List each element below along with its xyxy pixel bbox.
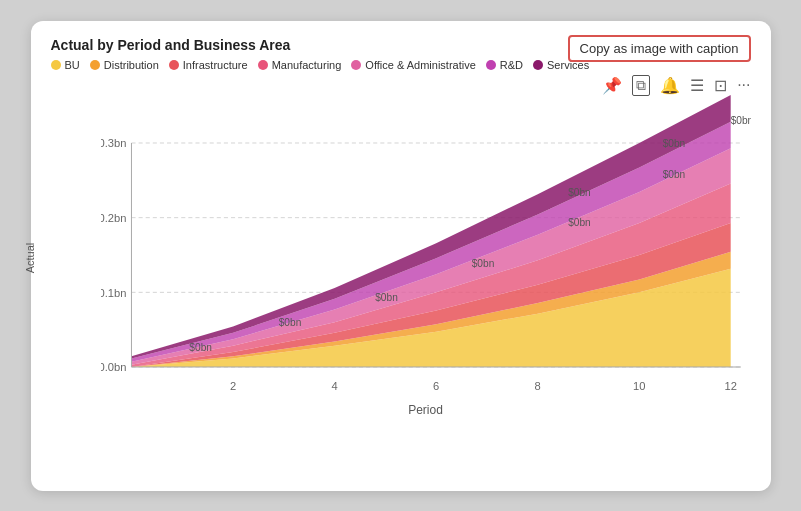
svg-text:$0bn: $0bn	[189, 341, 212, 352]
svg-text:$0bn: $0bn	[568, 187, 591, 198]
legend-dot	[351, 60, 361, 70]
svg-text:$0.2bn: $0.2bn	[101, 211, 126, 223]
legend-item: BU	[51, 59, 80, 71]
svg-text:$0bn: $0bn	[662, 168, 685, 179]
legend-dot	[486, 60, 496, 70]
svg-text:$0bn: $0bn	[375, 291, 398, 302]
legend-dot	[258, 60, 268, 70]
legend-dot	[533, 60, 543, 70]
legend-item: Manufacturing	[258, 59, 342, 71]
legend-item: Distribution	[90, 59, 159, 71]
svg-text:$0bn: $0bn	[278, 317, 301, 328]
y-axis-label: Actual	[24, 242, 36, 273]
legend-dot	[169, 60, 179, 70]
chart-wrapper: Actual $0.0bn $0.1bn $0.2bn $0.3bn 2 4 6…	[51, 79, 751, 437]
svg-text:$0bn: $0bn	[568, 216, 591, 227]
legend-label: Distribution	[104, 59, 159, 71]
svg-text:$0bn: $0bn	[471, 257, 494, 268]
area-chart-svg: $0.0bn $0.1bn $0.2bn $0.3bn 2 4 6 8 10 1…	[101, 79, 751, 399]
svg-text:4: 4	[331, 380, 338, 392]
svg-text:$0.1bn: $0.1bn	[101, 286, 126, 298]
svg-text:12: 12	[724, 380, 736, 392]
svg-text:10: 10	[633, 380, 645, 392]
x-axis-label: Period	[101, 403, 751, 417]
legend-item: Office & Administrative	[351, 59, 475, 71]
legend-item: Infrastructure	[169, 59, 248, 71]
chart-card: Copy as image with caption 📌 ⧉ 🔔 ☰ ⊡ ···…	[31, 21, 771, 491]
legend-dot	[90, 60, 100, 70]
legend-label: Infrastructure	[183, 59, 248, 71]
svg-text:8: 8	[534, 380, 540, 392]
legend-label: BU	[65, 59, 80, 71]
legend-label: Manufacturing	[272, 59, 342, 71]
svg-text:$0bn: $0bn	[730, 114, 750, 125]
svg-text:2: 2	[229, 380, 235, 392]
legend-label: R&D	[500, 59, 523, 71]
chart-area: $0.0bn $0.1bn $0.2bn $0.3bn 2 4 6 8 10 1…	[101, 79, 751, 399]
svg-text:$0bn: $0bn	[662, 138, 685, 149]
copy-caption-tooltip[interactable]: Copy as image with caption	[568, 35, 751, 62]
legend-item: R&D	[486, 59, 523, 71]
legend-label: Office & Administrative	[365, 59, 475, 71]
svg-text:$0.0bn: $0.0bn	[101, 361, 126, 373]
svg-text:$0.3bn: $0.3bn	[101, 137, 126, 149]
svg-text:6: 6	[433, 380, 439, 392]
legend-dot	[51, 60, 61, 70]
